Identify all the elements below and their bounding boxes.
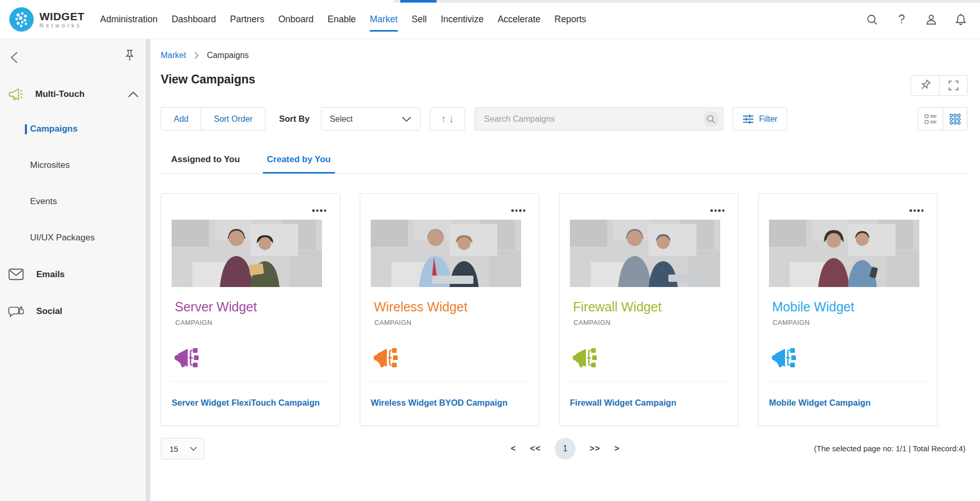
- pin-icon: [916, 77, 934, 94]
- pager-current-page[interactable]: 1: [555, 438, 576, 460]
- sidebar-section-label: Multi-Touch: [35, 89, 85, 99]
- nav-item-onboard[interactable]: Onboard: [278, 0, 314, 39]
- sidebar-item-label: Emails: [36, 269, 65, 280]
- content-area: Market Campaigns View Campaigns Add Sort…: [150, 39, 980, 501]
- breadcrumb-chevron-icon: [193, 51, 200, 60]
- sidebar-item-social[interactable]: Social: [8, 305, 62, 318]
- pager-first-button[interactable]: <<: [530, 444, 541, 453]
- page-scrollbar-thumb[interactable]: [400, 0, 437, 3]
- widget-networks-logo[interactable]: [9, 7, 34, 32]
- pager-summary: (The selected page no: 1/1 | Total Recor…: [814, 444, 965, 453]
- card-title: Firewall Widget: [573, 299, 662, 314]
- pin-panel-button[interactable]: [911, 75, 939, 96]
- campaign-photo: [172, 220, 322, 287]
- sidebar-item-campaigns[interactable]: Campaigns: [30, 124, 78, 134]
- header-actions: ?: [865, 13, 968, 26]
- card-menu-icon[interactable]: [509, 207, 527, 214]
- card-category-label: CAMPAIGN: [773, 319, 810, 326]
- card-menu-icon[interactable]: [310, 207, 328, 214]
- grid-view-icon: [949, 113, 961, 125]
- page-size-select[interactable]: 15: [161, 438, 204, 460]
- sort-descending-icon[interactable]: ↓: [449, 113, 454, 125]
- expand-icon: [948, 80, 959, 91]
- nav-item-market[interactable]: Market: [370, 0, 397, 39]
- nav-item-sell[interactable]: Sell: [412, 0, 427, 39]
- sidebar-item-uiux-packages[interactable]: UI/UX Packages: [30, 233, 95, 243]
- nav-item-enable[interactable]: Enable: [328, 0, 356, 39]
- nav-item-dashboard[interactable]: Dashboard: [172, 0, 216, 39]
- sort-by-select[interactable]: Select: [321, 107, 421, 131]
- pager: < << 1 >> >: [511, 438, 620, 460]
- top-navigation-bar: WIDGET Networks Administration Dashboard…: [0, 0, 980, 39]
- tab-created-by-you[interactable]: Created by You: [263, 154, 335, 173]
- sidebar-item-events[interactable]: Events: [30, 196, 57, 207]
- search-campaigns-input[interactable]: [474, 107, 723, 131]
- add-button[interactable]: Add: [161, 108, 201, 130]
- nav-item-reports[interactable]: Reports: [554, 0, 586, 39]
- sidebar-item-emails[interactable]: Emails: [8, 268, 65, 280]
- sort-direction-buttons[interactable]: ↑ ↓: [430, 107, 465, 131]
- card-divider: [369, 381, 530, 382]
- panel-actions: [911, 75, 968, 96]
- campaign-card[interactable]: Wireless Widget CAMPAIGN Wireless Widget…: [360, 193, 539, 426]
- chevron-up-icon: [128, 91, 139, 98]
- tab-assigned-to-you[interactable]: Assigned to You: [167, 154, 244, 173]
- envelope-icon: [8, 268, 24, 280]
- pin-icon[interactable]: [123, 49, 137, 66]
- card-category-label: CAMPAIGN: [374, 319, 412, 326]
- card-menu-icon[interactable]: [907, 207, 926, 214]
- notifications-icon[interactable]: [954, 13, 968, 26]
- search-icon[interactable]: [865, 13, 879, 26]
- help-icon[interactable]: ?: [895, 13, 908, 26]
- filter-sliders-icon: [743, 114, 754, 124]
- search-icon: [706, 114, 716, 124]
- card-divider: [568, 381, 730, 382]
- card-category-label: CAMPAIGN: [573, 319, 611, 326]
- nav-item-administration[interactable]: Administration: [100, 0, 158, 39]
- card-title: Wireless Widget: [374, 299, 468, 314]
- pager-last-button[interactable]: >>: [590, 444, 600, 453]
- sort-by-label: Sort By: [279, 114, 310, 124]
- sidebar-item-microsites[interactable]: Microsites: [30, 160, 70, 170]
- campaign-photo: [570, 220, 720, 287]
- expand-button[interactable]: [939, 75, 968, 96]
- search-campaigns: [474, 107, 723, 131]
- campaign-link[interactable]: Server Widget FlexiTouch Campaign: [172, 398, 331, 408]
- pager-next-button[interactable]: >: [614, 444, 620, 453]
- nav-item-accelerate[interactable]: Accelerate: [498, 0, 541, 39]
- user-icon[interactable]: [925, 13, 938, 26]
- sidebar-section-multi-touch[interactable]: Multi-Touch: [8, 87, 139, 102]
- grid-view-button[interactable]: [943, 107, 968, 131]
- campaign-link[interactable]: Firewall Widget Campaign: [570, 398, 730, 408]
- card-divider: [170, 381, 331, 382]
- campaign-link[interactable]: Wireless Widget BYOD Campaign: [371, 398, 530, 408]
- campaign-card[interactable]: Firewall Widget CAMPAIGN Firewall Widget…: [559, 193, 738, 426]
- breadcrumb-market-link[interactable]: Market: [161, 51, 186, 60]
- view-toggle: [918, 107, 968, 131]
- sort-ascending-icon[interactable]: ↑: [441, 113, 446, 125]
- card-menu-icon[interactable]: [708, 207, 726, 214]
- list-view-icon: [925, 114, 937, 124]
- list-view-button[interactable]: [918, 107, 943, 131]
- sidebar-item-label: Social: [36, 306, 62, 317]
- sidebar-collapse-button[interactable]: [8, 50, 24, 65]
- search-submit-button[interactable]: [703, 111, 719, 127]
- pager-prev-button[interactable]: <: [511, 444, 516, 453]
- sort-order-button[interactable]: Sort Order: [201, 108, 265, 130]
- nav-item-partners[interactable]: Partners: [230, 0, 264, 39]
- filter-button[interactable]: Filter: [733, 107, 788, 131]
- megaphone-icon: [8, 87, 24, 102]
- sidebar: Multi-Touch Campaigns Microsites Events …: [0, 39, 150, 501]
- campaign-photo: [371, 220, 521, 287]
- campaign-megaphone-icon: [174, 347, 199, 368]
- chevron-down-icon: [189, 446, 198, 451]
- campaign-card[interactable]: Mobile Widget CAMPAIGN Mobile Widget Cam…: [758, 193, 937, 426]
- breadcrumb-current: Campaigns: [207, 51, 249, 60]
- sort-by-select-value: Select: [330, 114, 353, 124]
- add-sort-group: Add Sort Order: [161, 107, 265, 131]
- campaign-card[interactable]: Server Widget CAMPAIGN Server Widget Fle…: [161, 193, 340, 426]
- brand-title: WIDGET: [39, 10, 85, 22]
- campaigns-toolbar: Add Sort Order Sort By Select ↑ ↓ Filter: [161, 107, 787, 131]
- campaign-link[interactable]: Mobile Widget Campaign: [769, 398, 929, 408]
- nav-item-incentivize[interactable]: Incentivize: [441, 0, 484, 39]
